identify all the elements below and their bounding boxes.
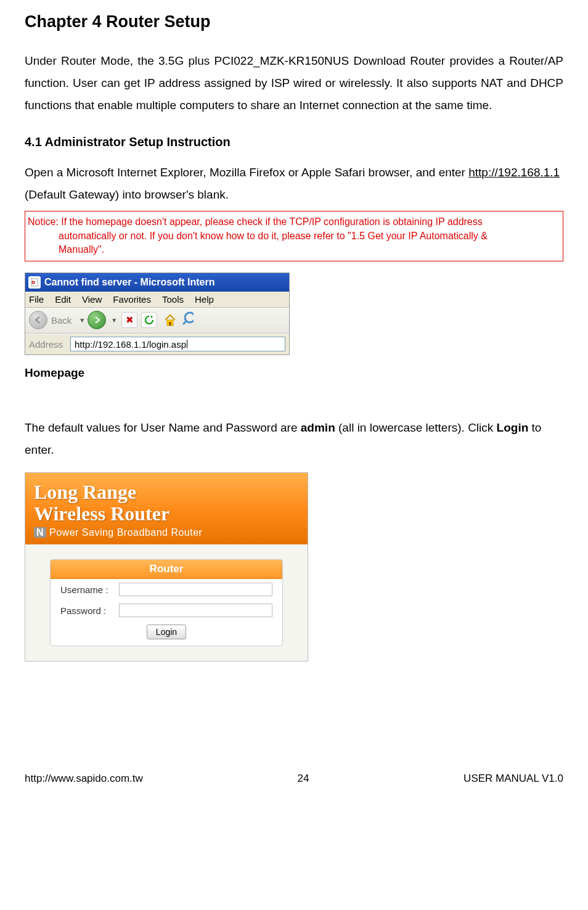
ie-browser-screenshot: Cannot find server - Microsoft Intern Fi… [25, 273, 290, 355]
section-text-after: (Default Gateway) into browser's blank. [25, 188, 229, 201]
svg-line-7 [183, 321, 186, 324]
section-text: Open a Microsoft Internet Explorer, Mozi… [25, 162, 563, 206]
username-label: Username : [60, 584, 119, 595]
ie-menu-help[interactable]: Help [195, 294, 214, 305]
notice-line1: If the homepage doesn't appear, please c… [61, 216, 483, 227]
ie-title-bar: Cannot find server - Microsoft Intern [25, 273, 289, 292]
ie-menu-tools[interactable]: Tools [162, 294, 184, 305]
section-title: 4.1 Administrator Setup Instruction [25, 135, 563, 149]
chapter-title: Chapter 4 Router Setup [25, 12, 563, 31]
ie-menu-file[interactable]: File [29, 294, 44, 305]
back-button-label[interactable]: Back [51, 315, 71, 326]
address-input[interactable]: http://192.168.1.1/login.asp [70, 337, 285, 351]
login-subtitle: N N Power Saving Broadband Router Power … [34, 527, 299, 538]
home-icon[interactable] [161, 311, 179, 329]
forward-button-icon[interactable] [88, 311, 106, 329]
login-intro-part2: (all in lowercase letters). Click [335, 421, 497, 434]
login-button[interactable]: Login [147, 625, 186, 639]
gateway-link[interactable]: http://192.168.1.1 [468, 166, 560, 179]
address-value: http://192.168.1.1/login.asp [75, 339, 186, 350]
forward-dropdown-icon[interactable]: ▼ [111, 317, 117, 324]
ie-menu-favorites[interactable]: Favorites [113, 294, 151, 305]
ie-menu-edit[interactable]: Edit [55, 294, 71, 305]
ie-page-icon [28, 276, 41, 289]
svg-point-6 [185, 313, 194, 322]
section-text-before: Open a Microsoft Internet Explorer, Mozi… [25, 166, 468, 179]
address-label: Address [29, 339, 63, 350]
chapter-intro: Under Router Mode, the 3.5G plus PCI022_… [25, 50, 563, 117]
login-panel: Router Username : Password : Login [50, 559, 283, 646]
password-label: Password : [60, 605, 119, 616]
login-title-line1: Long Range [34, 482, 299, 503]
notice-prefix: Notice: [28, 216, 61, 227]
ie-menu-bar: File Edit View Favorites Tools Help [25, 292, 289, 308]
refresh-icon[interactable] [141, 312, 157, 328]
login-title-line2: Wireless Router [34, 503, 299, 525]
username-input[interactable] [119, 583, 272, 596]
login-body: Router Username : Password : Login [25, 544, 308, 661]
ie-address-bar: Address http://192.168.1.1/login.asp [25, 334, 289, 355]
page-footer: http://www.sapido.com.tw 24 USER MANUAL … [25, 773, 563, 785]
login-screenshot: Long Range Wireless Router N N Power Sav… [25, 472, 308, 662]
login-panel-header: Router [51, 560, 282, 579]
footer-page-number: 24 [298, 773, 309, 785]
notice-line2: automatically or not. If you don't know … [28, 229, 560, 243]
login-intro-text: The default values for User Name and Pas… [25, 417, 563, 461]
homepage-heading: Homepage [25, 366, 563, 380]
ie-toolbar: Back ▼ ▼ ✖ [25, 308, 289, 334]
login-intro-bold-login: Login [497, 421, 529, 434]
notice-box: Notice: If the homepage doesn't appear, … [25, 211, 563, 261]
back-button-icon[interactable] [29, 311, 47, 329]
back-dropdown-icon[interactable]: ▼ [79, 317, 85, 324]
username-row: Username : [51, 579, 282, 600]
ie-title-text: Cannot find server - Microsoft Intern [44, 277, 214, 288]
ie-menu-view[interactable]: View [82, 294, 102, 305]
login-intro-bold-admin: admin [301, 421, 335, 434]
svg-rect-5 [169, 322, 171, 326]
text-cursor [187, 340, 187, 348]
password-input[interactable] [119, 604, 272, 617]
footer-url: http://www.sapido.com.tw [25, 773, 143, 785]
footer-manual-version: USER MANUAL V1.0 [463, 773, 563, 785]
stop-icon[interactable]: ✖ [121, 312, 137, 328]
notice-line3: Manually". [28, 243, 560, 256]
login-intro-part1: The default values for User Name and Pas… [25, 421, 301, 434]
search-icon[interactable] [181, 310, 194, 330]
password-row: Password : [51, 600, 282, 621]
login-header: Long Range Wireless Router N N Power Sav… [25, 473, 308, 544]
